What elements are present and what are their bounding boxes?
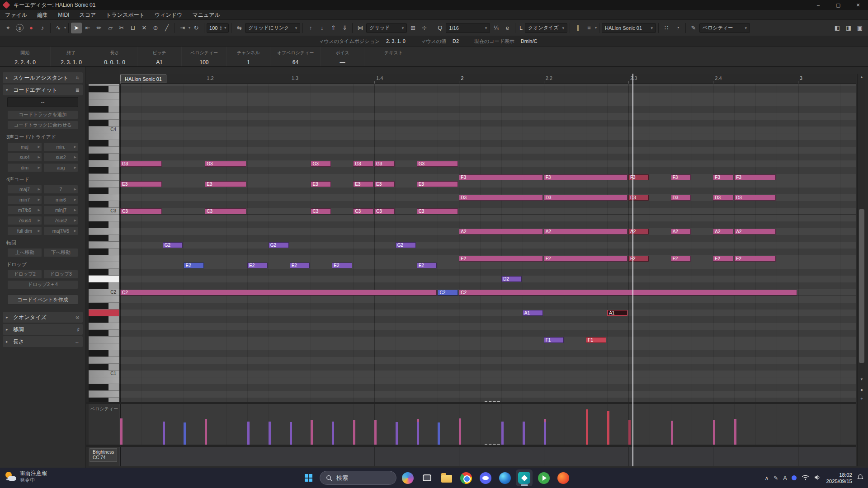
piano-key[interactable]	[89, 377, 119, 384]
snap-type-icon[interactable]: ⊞	[407, 23, 418, 33]
midi-note[interactable]: D3	[628, 195, 649, 201]
piano-key[interactable]	[89, 316, 119, 323]
midi-note[interactable]: F3	[734, 174, 776, 180]
midi-note[interactable]: A2	[544, 229, 627, 235]
midi-note[interactable]: C3	[374, 208, 395, 214]
piano-key[interactable]	[89, 201, 119, 208]
record-in-editor-icon[interactable]: ●	[26, 23, 37, 33]
velocity-lane[interactable]	[119, 404, 856, 445]
velocity-bar[interactable]	[586, 409, 588, 445]
velocity-bar[interactable]	[734, 419, 736, 445]
part-border-icon[interactable]: ∥	[572, 23, 583, 33]
midi-note[interactable]: A2	[713, 229, 733, 235]
midi-note[interactable]: G3	[374, 161, 395, 167]
velocity-bar[interactable]	[311, 420, 313, 445]
scrollbar-thumb[interactable]	[859, 209, 864, 363]
midi-note[interactable]: C2	[438, 290, 458, 296]
piano-key[interactable]	[89, 343, 119, 350]
midi-note[interactable]: E3	[353, 181, 373, 187]
midi-note[interactable]: F3	[671, 174, 691, 180]
midi-note[interactable]: F3	[628, 174, 649, 180]
piano-key[interactable]	[89, 194, 119, 201]
taskbar-app-chrome[interactable]	[458, 469, 474, 486]
piano-key[interactable]	[89, 160, 119, 167]
info-field[interactable]: チャンネル1	[227, 47, 270, 66]
snap-offset-icon[interactable]: ⊹	[419, 23, 429, 33]
section-length[interactable]: ▸長さ↔	[3, 336, 83, 347]
piano-key[interactable]	[89, 133, 119, 140]
midi-note[interactable]: E3	[417, 181, 458, 187]
piano-key[interactable]	[89, 282, 119, 289]
ime-indicator[interactable]: A	[783, 475, 787, 481]
velocity-bar[interactable]	[184, 422, 186, 445]
menu-item[interactable]: 編集	[32, 10, 53, 20]
velocity-bar[interactable]	[459, 419, 461, 445]
midi-note[interactable]: F2	[459, 256, 542, 262]
piano-key[interactable]	[89, 181, 119, 188]
info-field[interactable]: テキスト	[364, 47, 423, 66]
midi-note[interactable]: G3	[205, 161, 246, 167]
piano-key[interactable]	[89, 154, 119, 160]
draw-tool[interactable]: ✏	[94, 23, 104, 33]
velocity-bar[interactable]	[501, 422, 504, 445]
midi-note[interactable]: E3	[311, 181, 331, 187]
midi-note[interactable]: F2	[544, 256, 627, 262]
velocity-bar[interactable]	[628, 420, 631, 445]
solo-editor-button[interactable]: s	[16, 24, 24, 32]
piano-key[interactable]	[89, 398, 119, 402]
left-zone-toggle-icon[interactable]: ◧	[832, 23, 843, 33]
piano-key[interactable]: C2	[89, 289, 119, 296]
length-quantize-select[interactable]: クオンタイズ▾	[525, 23, 567, 33]
midi-note[interactable]: D3	[671, 195, 691, 201]
zoom-handle-icon[interactable]: ●	[858, 387, 866, 392]
info-field[interactable]: 長さ0. 0. 1. 0	[92, 47, 137, 66]
midi-note[interactable]: A2	[734, 229, 776, 235]
velocity-bar[interactable]	[607, 411, 609, 445]
midi-note[interactable]: C3	[205, 208, 246, 214]
info-field[interactable]: ピッチA1	[137, 47, 182, 66]
midi-note[interactable]: A1	[607, 310, 627, 316]
velocity-bar[interactable]	[290, 422, 292, 445]
quantize-icon[interactable]: Q	[434, 23, 445, 33]
erase-tool[interactable]: ▱	[105, 23, 116, 33]
velocity-bar[interactable]	[396, 422, 398, 445]
midi-note[interactable]: E2	[332, 263, 352, 268]
menu-item[interactable]: MIDI	[53, 10, 74, 20]
piano-key[interactable]	[89, 188, 119, 194]
menu-item[interactable]: ファイル	[0, 10, 32, 20]
step-input-icon[interactable]: ⇆	[234, 23, 245, 33]
piano-key[interactable]	[89, 235, 119, 242]
split-tool[interactable]: ✂	[116, 23, 127, 33]
midi-note[interactable]: E2	[247, 263, 268, 268]
chord-pad-maj[interactable]: maj▶	[7, 142, 42, 151]
piano-key[interactable]	[89, 337, 119, 343]
vertical-scrollbar[interactable]: ▲ ▼ ● ＋	[857, 74, 865, 466]
piano-key[interactable]	[89, 215, 119, 221]
taskbar-app-cubase[interactable]	[516, 469, 533, 486]
piano-key[interactable]	[89, 86, 119, 93]
info-field-value[interactable]: 0. 0. 1. 0	[92, 59, 137, 66]
taskbar-app-task-view[interactable]	[419, 469, 435, 486]
lane-resize-handle[interactable]	[485, 444, 500, 445]
midi-note[interactable]: A1	[523, 310, 543, 316]
piano-key[interactable]	[89, 249, 119, 255]
piano-key[interactable]	[89, 310, 119, 316]
piano-key[interactable]	[89, 140, 119, 147]
chord-pad-full dim[interactable]: full dim▶	[7, 226, 42, 235]
insert-velocity-spinner[interactable]: 100▲▼▾	[207, 23, 229, 33]
piano-key[interactable]	[89, 323, 119, 330]
scroll-up-icon[interactable]: ▲	[858, 75, 866, 79]
velocity-bar[interactable]	[120, 418, 123, 445]
midi-note[interactable]: G2	[163, 242, 183, 248]
piano-key[interactable]	[89, 106, 119, 113]
piano-key[interactable]	[89, 120, 119, 127]
midi-note[interactable]: G2	[269, 242, 289, 248]
indicate-transpose-icon[interactable]: ∷	[661, 23, 672, 33]
midi-note[interactable]: F2	[713, 256, 733, 262]
chord-pad-maj7[interactable]: maj7▶	[7, 185, 42, 194]
velocity-bar[interactable]	[247, 422, 250, 445]
piano-key[interactable]	[89, 221, 119, 228]
info-field-value[interactable]: 2. 3. 1. 0	[51, 59, 92, 66]
section-scale-assistant[interactable]: ▸スケールアシスタント≋	[3, 72, 83, 83]
info-field-value[interactable]: 64	[270, 59, 321, 66]
